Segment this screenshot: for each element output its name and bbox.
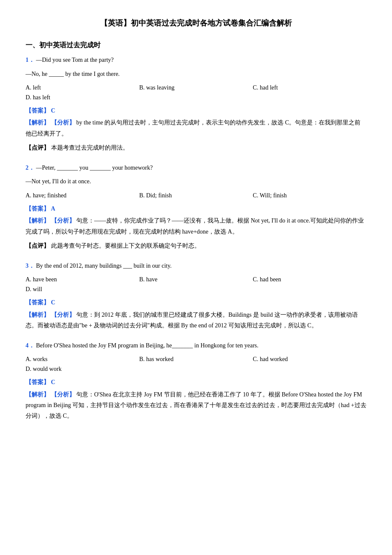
page-container: 【英语】初中英语过去完成时各地方试卷集合汇编含解析 一、初中英语过去完成时 1．… <box>26 17 366 421</box>
section-title: 一、初中英语过去完成时 <box>26 40 366 51</box>
option-1d: D. has left <box>26 93 366 102</box>
question-4-answer: 【答案】 C <box>26 377 366 387</box>
question-4-number: 4． <box>26 342 35 349</box>
option-2a: A. have; finished <box>26 191 139 200</box>
question-3: 3． By the end of 2012, many buildings __… <box>26 261 366 331</box>
question-2-dialogue1: 2． —Peter, _______ you _______ your home… <box>26 163 366 173</box>
question-2-answer: 【答案】 A <box>26 204 366 214</box>
question-2-number: 2． <box>26 165 35 171</box>
option-2b: B. Did; finish <box>139 191 253 200</box>
option-4a: A. works <box>26 355 139 364</box>
option-2c: C. Will; finish <box>253 191 366 200</box>
page-title: 【英语】初中英语过去完成时各地方试卷集合汇编含解析 <box>26 17 366 29</box>
option-4c: C. had worked <box>253 355 366 364</box>
option-1a: A. left <box>26 83 139 92</box>
question-4-options: A. works B. has worked C. had worked D. … <box>26 355 366 374</box>
option-3d: D. will <box>26 285 366 294</box>
option-4d: D. would work <box>26 364 366 374</box>
question-2-analysis: 【解析】 【分析】 句意：——皮特，你完成作业了吗？——还没有，我马上做。根据 … <box>26 215 366 237</box>
question-1-answer: 【答案】 C <box>26 106 366 116</box>
question-2-options: A. have; finished B. Did; finish C. Will… <box>26 191 366 200</box>
option-3b: B. have <box>139 275 253 284</box>
question-3-options: A. have been B. have C. had been D. will <box>26 275 366 294</box>
question-1-comment: 【点评】 本题考查过去完成时的用法。 <box>26 142 366 153</box>
question-1-text: —Did you see Tom at the party? <box>36 57 114 63</box>
question-1: 1． —Did you see Tom at the party? —No, h… <box>26 55 366 153</box>
option-4b: B. has worked <box>139 355 253 364</box>
option-1c: C. had left <box>253 83 366 92</box>
question-3-number: 3． <box>26 263 35 269</box>
question-2-dialogue2: —Not yet, I'll do it at once. <box>26 177 366 186</box>
question-1-number: 1． <box>26 57 35 63</box>
question-4: 4． Before O'Shea hosted the Joy FM progr… <box>26 341 366 421</box>
option-1b: B. was leaving <box>139 83 253 92</box>
question-3-analysis: 【解析】 【分析】 句意：到 2012 年底，我们的城市里已经建成了很多大楼。B… <box>26 309 366 331</box>
question-1-dialogue1: 1． —Did you see Tom at the party? <box>26 55 366 65</box>
question-4-text: 4． Before O'Shea hosted the Joy FM progr… <box>26 341 366 350</box>
question-1-analysis: 【解析】 【分析】 by the time 的从句用过去时，主句用过去完成时，表… <box>26 117 366 139</box>
question-3-text: 3． By the end of 2012, many buildings __… <box>26 261 366 271</box>
question-4-analysis: 【解析】 【分析】 句意：O'Shea 在北京主持 Joy FM 节目前，他已经… <box>26 389 366 422</box>
question-2: 2． —Peter, _______ you _______ your home… <box>26 163 366 251</box>
question-2-comment: 【点评】 此题考查句子时态。要根据上下文的联系确定句子时态。 <box>26 240 366 251</box>
option-3c: C. had been <box>253 275 366 284</box>
question-1-dialogue2: —No, he _____ by the time I got there. <box>26 69 366 79</box>
question-3-answer: 【答案】 C <box>26 298 366 307</box>
option-3a: A. have been <box>26 275 139 284</box>
question-1-options: A. left B. was leaving C. had left D. ha… <box>26 83 366 102</box>
